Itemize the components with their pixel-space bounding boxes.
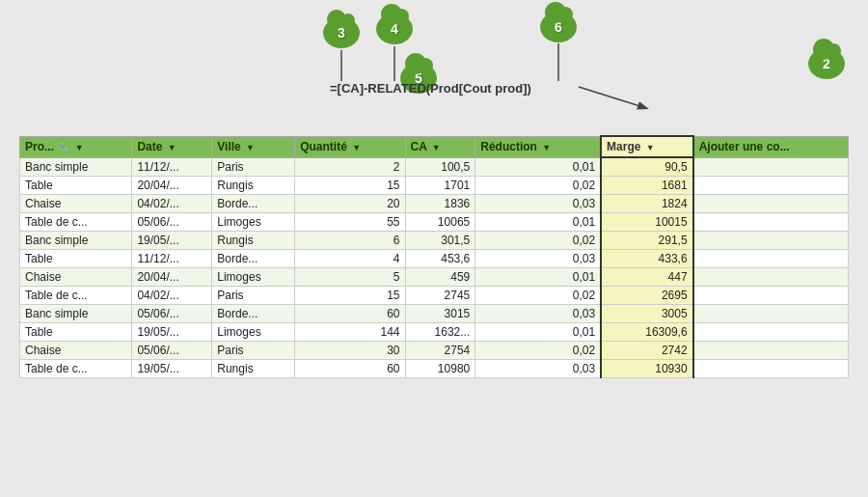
filter-icon-reduction[interactable]: ▼ xyxy=(542,143,552,152)
cell-empty xyxy=(693,342,849,360)
col-header-marge[interactable]: Marge ▼ xyxy=(601,136,693,157)
cell-date: 04/02/... xyxy=(132,287,212,305)
cell-date: 05/06/... xyxy=(132,342,212,360)
cell-date: 20/04/... xyxy=(132,177,212,195)
cell-pro: Chaise xyxy=(20,195,132,213)
col-header-ca[interactable]: CA ▼ xyxy=(405,136,475,157)
cell-empty xyxy=(693,360,849,378)
cell-empty xyxy=(693,177,849,195)
cell-reduction: 0,03 xyxy=(475,195,601,213)
cell-quantite: 15 xyxy=(295,177,405,195)
svg-line-4 xyxy=(579,87,646,108)
table-row: Table11/12/...Borde...4453,60,03433,6 xyxy=(20,250,849,268)
cell-date: 05/06/... xyxy=(132,305,212,323)
cell-pro: Table de c... xyxy=(20,287,132,305)
cell-reduction: 0,01 xyxy=(475,213,601,232)
cell-date: 05/06/... xyxy=(132,213,212,232)
data-table: Pro... 🔧 ▼ Date ▼ Ville ▼ Quantité ▼ xyxy=(19,135,849,378)
cloud-2-container: 2 xyxy=(808,48,845,79)
filter-icon-ca[interactable]: ▼ xyxy=(432,143,442,152)
table-icon: 🔧 xyxy=(59,143,69,152)
cell-ca: 1701 xyxy=(405,177,475,195)
cell-empty xyxy=(693,213,849,232)
cell-quantite: 5 xyxy=(295,268,405,287)
cell-marge: 291,5 xyxy=(601,232,693,250)
cell-marge: 10015 xyxy=(601,213,693,232)
table-row: Table de c...04/02/...Paris1527450,02269… xyxy=(20,287,849,305)
cell-date: 19/05/... xyxy=(132,360,212,378)
cell-reduction: 0,02 xyxy=(475,287,601,305)
formula-display: =[CA]-RELATED(Prod[Cout prod]) xyxy=(330,81,531,96)
cell-ca: 10065 xyxy=(405,213,475,232)
cell-empty xyxy=(693,250,849,268)
cell-marge: 433,6 xyxy=(601,250,693,268)
table-row: Banc simple11/12/...Paris2100,50,0190,5 xyxy=(20,157,849,177)
table-container: Pro... 🔧 ▼ Date ▼ Ville ▼ Quantité ▼ xyxy=(19,135,849,378)
cell-date: 19/05/... xyxy=(132,323,212,342)
cell-ca: 10980 xyxy=(405,360,475,378)
cell-quantite: 6 xyxy=(295,232,405,250)
cell-quantite: 60 xyxy=(295,360,405,378)
cell-pro: Chaise xyxy=(20,268,132,287)
cell-reduction: 0,03 xyxy=(475,250,601,268)
cell-empty xyxy=(693,157,849,177)
main-container: 3 4 5 6 =[CA]-RELATED(Prod[Cout prod]) 2 xyxy=(0,0,868,497)
cell-marge: 1681 xyxy=(601,177,693,195)
connector-lines xyxy=(174,10,829,135)
cell-ville: Limoges xyxy=(212,213,295,232)
table-row: Banc simple19/05/...Rungis6301,50,02291,… xyxy=(20,232,849,250)
cell-marge: 10930 xyxy=(601,360,693,378)
cell-marge: 16309,6 xyxy=(601,323,693,342)
cell-empty xyxy=(693,268,849,287)
filter-icon-quantite[interactable]: ▼ xyxy=(352,143,362,152)
cloud-4: 4 xyxy=(376,14,413,44)
cell-empty xyxy=(693,305,849,323)
cell-ville: Rungis xyxy=(212,232,295,250)
cell-ca: 1836 xyxy=(405,195,475,213)
cell-marge: 3005 xyxy=(601,305,693,323)
cell-ville: Paris xyxy=(212,342,295,360)
cell-marge: 2742 xyxy=(601,342,693,360)
filter-icon-ville[interactable]: ▼ xyxy=(246,143,256,152)
cell-reduction: 0,02 xyxy=(475,177,601,195)
table-row: Table de c...19/05/...Rungis60109800,031… xyxy=(20,360,849,378)
cell-quantite: 55 xyxy=(295,213,405,232)
cell-ca: 1632... xyxy=(405,323,475,342)
cell-ca: 301,5 xyxy=(405,232,475,250)
cell-pro: Table xyxy=(20,323,132,342)
filter-icon-marge[interactable]: ▼ xyxy=(646,143,656,152)
col-header-reduction[interactable]: Réduction ▼ xyxy=(475,136,601,157)
filter-icon-pro[interactable]: ▼ xyxy=(75,143,85,152)
cell-quantite: 30 xyxy=(295,342,405,360)
col-header-ajouter[interactable]: Ajouter une co... xyxy=(693,136,849,157)
annotation-area: 3 4 5 6 =[CA]-RELATED(Prod[Cout prod]) xyxy=(174,10,829,135)
cell-pro: Banc simple xyxy=(20,232,132,250)
cell-reduction: 0,02 xyxy=(475,342,601,360)
cell-ca: 2745 xyxy=(405,287,475,305)
cell-marge: 447 xyxy=(601,268,693,287)
cell-ville: Rungis xyxy=(212,177,295,195)
cell-ville: Paris xyxy=(212,287,295,305)
cell-quantite: 2 xyxy=(295,157,405,177)
cell-pro: Table de c... xyxy=(20,360,132,378)
cell-pro: Table xyxy=(20,177,132,195)
cloud-2: 2 xyxy=(808,48,845,79)
col-header-ville[interactable]: Ville ▼ xyxy=(212,136,295,157)
cell-ville: Borde... xyxy=(212,305,295,323)
cell-marge: 90,5 xyxy=(601,157,693,177)
filter-icon-date[interactable]: ▼ xyxy=(168,143,177,152)
cell-date: 11/12/... xyxy=(132,157,212,177)
cell-reduction: 0,01 xyxy=(475,157,601,177)
cell-date: 19/05/... xyxy=(132,232,212,250)
cell-quantite: 15 xyxy=(295,287,405,305)
cell-pro: Banc simple xyxy=(20,305,132,323)
table-row: Chaise20/04/...Limoges54590,01447 xyxy=(20,268,849,287)
cell-empty xyxy=(693,195,849,213)
cell-date: 20/04/... xyxy=(132,268,212,287)
cell-ca: 453,6 xyxy=(405,250,475,268)
table-row: Chaise04/02/...Borde...2018360,031824 xyxy=(20,195,849,213)
col-header-date[interactable]: Date ▼ xyxy=(132,136,212,157)
col-header-quantite[interactable]: Quantité ▼ xyxy=(295,136,405,157)
cell-ca: 100,5 xyxy=(405,157,475,177)
col-header-pro[interactable]: Pro... 🔧 ▼ xyxy=(20,136,132,157)
